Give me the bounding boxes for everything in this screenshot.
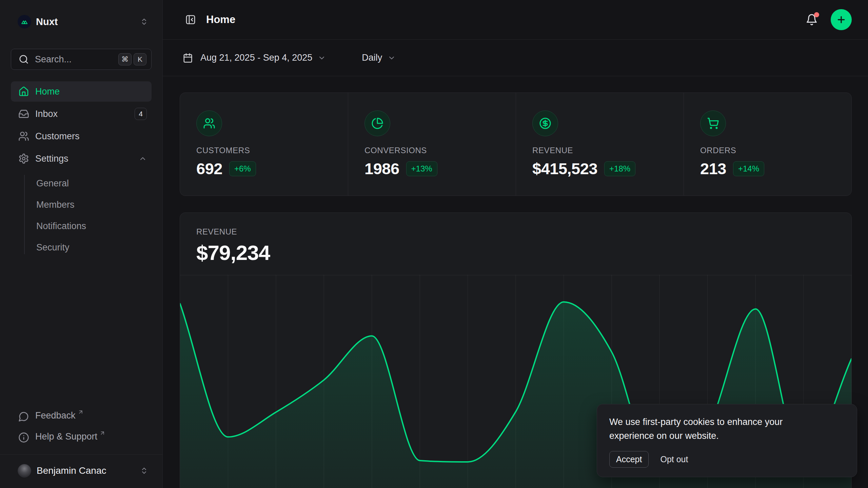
chevron-down-icon bbox=[318, 54, 326, 62]
stat-value: 692 bbox=[196, 159, 222, 178]
user-name: Benjamin Canac bbox=[37, 465, 106, 476]
info-circle-icon bbox=[18, 432, 29, 443]
stat-revenue: REVENUE $415,523 +18% bbox=[516, 93, 684, 196]
settings-subnav: General Members Notifications Security bbox=[11, 173, 152, 258]
chevrons-up-down-icon bbox=[140, 18, 148, 26]
stat-value: 1986 bbox=[364, 159, 399, 178]
avatar bbox=[18, 464, 31, 477]
home-icon bbox=[18, 86, 29, 97]
sidebar: Nuxt Search... ⌘ K Home bbox=[0, 0, 163, 488]
stat-label: REVENUE bbox=[532, 146, 667, 155]
dollar-circle-icon bbox=[532, 110, 558, 136]
revenue-chart-header: REVENUE $79,234 bbox=[180, 213, 851, 265]
sidebar-item-label: Home bbox=[35, 86, 60, 97]
add-button[interactable] bbox=[831, 9, 852, 30]
sidebar-item-notifications[interactable]: Notifications bbox=[11, 216, 152, 237]
sub-item-label: General bbox=[36, 178, 69, 189]
sidebar-item-feedback[interactable]: Feedback bbox=[11, 407, 152, 428]
sidebar-item-customers[interactable]: Customers bbox=[11, 126, 152, 146]
users-badge-icon bbox=[196, 110, 222, 136]
cookie-banner: We use first-party cookies to enhance yo… bbox=[597, 404, 857, 477]
filters-toolbar: Aug 21, 2025 - Sep 4, 2025 Daily bbox=[163, 40, 868, 76]
stat-delta-badge: +13% bbox=[406, 161, 437, 176]
stat-customers: CUSTOMERS 692 +6% bbox=[180, 93, 348, 196]
date-range-value: Aug 21, 2025 - Sep 4, 2025 bbox=[200, 53, 312, 63]
revenue-chart-label: REVENUE bbox=[196, 227, 835, 237]
sidebar-spacer bbox=[11, 258, 152, 407]
collapse-sidebar-icon[interactable] bbox=[185, 14, 196, 25]
cookie-message: We use first-party cookies to enhance yo… bbox=[609, 415, 813, 443]
sidebar-item-help-support[interactable]: Help & Support bbox=[11, 428, 152, 449]
pie-chart-icon bbox=[364, 110, 390, 136]
sidebar-item-members[interactable]: Members bbox=[11, 194, 152, 216]
sub-item-label: Notifications bbox=[36, 221, 86, 231]
notification-dot bbox=[814, 12, 819, 17]
chat-bubble-icon bbox=[18, 411, 29, 422]
accept-button[interactable]: Accept bbox=[609, 451, 649, 468]
stat-label: CONVERSIONS bbox=[364, 146, 499, 155]
search-placeholder: Search... bbox=[35, 54, 72, 65]
search-shortcut: ⌘ K bbox=[118, 53, 146, 65]
opt-out-button[interactable]: Opt out bbox=[660, 451, 688, 467]
stat-orders: ORDERS 213 +14% bbox=[684, 93, 851, 196]
search-input[interactable]: Search... ⌘ K bbox=[11, 49, 152, 70]
stat-conversions: CONVERSIONS 1986 +13% bbox=[348, 93, 516, 196]
page-title: Home bbox=[206, 14, 235, 26]
sidebar-item-security[interactable]: Security bbox=[11, 237, 152, 258]
sidebar-item-label: Feedback bbox=[35, 410, 76, 421]
sidebar-item-label: Settings bbox=[35, 154, 68, 164]
notifications-bell-button[interactable] bbox=[806, 14, 818, 26]
sidebar-item-inbox[interactable]: Inbox 4 bbox=[11, 104, 152, 124]
sub-item-label: Members bbox=[36, 200, 75, 210]
stat-delta-badge: +18% bbox=[604, 161, 635, 176]
stat-delta-badge: +6% bbox=[229, 161, 256, 176]
stats-row: CUSTOMERS 692 +6% CONVERSIONS 1986 +13% bbox=[180, 93, 852, 196]
inbox-count-badge: 4 bbox=[135, 108, 147, 120]
shopping-cart-icon bbox=[700, 110, 726, 136]
sidebar-item-settings[interactable]: Settings bbox=[11, 148, 152, 169]
kbd-cmd: ⌘ bbox=[118, 53, 132, 65]
external-link-icon bbox=[78, 409, 84, 415]
sidebar-nav: Home Inbox 4 Customers Settings bbox=[11, 81, 152, 258]
page-header: Home bbox=[163, 0, 868, 40]
stat-value: $415,523 bbox=[532, 159, 597, 178]
nuxt-logo-icon bbox=[18, 15, 31, 28]
user-menu[interactable]: Benjamin Canac bbox=[11, 455, 152, 487]
stat-delta-badge: +14% bbox=[733, 161, 764, 176]
chevron-down-icon bbox=[388, 54, 396, 62]
sidebar-item-home[interactable]: Home bbox=[11, 81, 152, 102]
granularity-select[interactable]: Daily bbox=[362, 53, 396, 63]
sidebar-item-label: Help & Support bbox=[35, 431, 97, 442]
workspace-selector[interactable]: Nuxt bbox=[11, 14, 152, 30]
kbd-k: K bbox=[134, 53, 146, 65]
dashboard-app: Nuxt Search... ⌘ K Home bbox=[0, 0, 868, 488]
calendar-icon bbox=[183, 53, 193, 63]
sub-item-label: Security bbox=[36, 242, 70, 253]
cookie-actions: Accept Opt out bbox=[609, 451, 845, 468]
granularity-value: Daily bbox=[362, 53, 382, 63]
sidebar-item-general[interactable]: General bbox=[11, 173, 152, 194]
inbox-icon bbox=[18, 108, 29, 119]
gear-icon bbox=[18, 153, 29, 164]
chevron-up-icon bbox=[139, 155, 147, 163]
header-actions bbox=[806, 9, 852, 30]
date-range-picker[interactable]: Aug 21, 2025 - Sep 4, 2025 bbox=[183, 53, 326, 63]
stat-value: 213 bbox=[700, 159, 726, 178]
sidebar-item-label: Inbox bbox=[35, 109, 58, 119]
users-icon bbox=[18, 131, 29, 142]
search-icon bbox=[19, 54, 29, 64]
stat-label: CUSTOMERS bbox=[196, 146, 332, 155]
chevrons-up-down-icon bbox=[140, 467, 148, 475]
revenue-chart-total: $79,234 bbox=[196, 241, 835, 265]
workspace-name: Nuxt bbox=[36, 16, 58, 27]
sidebar-item-label: Customers bbox=[35, 131, 80, 142]
external-link-icon bbox=[99, 430, 105, 436]
stat-label: ORDERS bbox=[700, 146, 835, 155]
